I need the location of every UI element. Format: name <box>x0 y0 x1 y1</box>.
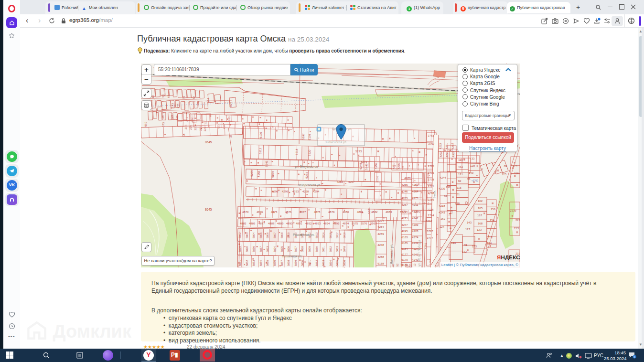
svg-text:5861: 5861 <box>308 260 311 266</box>
svg-text:4264: 4264 <box>412 190 419 193</box>
svg-text:4274: 4274 <box>412 236 419 239</box>
svg-text:4296: 4296 <box>272 190 279 193</box>
svg-text:4234: 4234 <box>377 219 384 222</box>
svg-text:7326: 7326 <box>427 208 434 211</box>
svg-text:5198: 5198 <box>308 134 311 140</box>
svg-text:4881: 4881 <box>357 211 364 213</box>
svg-text:14: 14 <box>182 133 185 137</box>
svg-text:4261: 4261 <box>445 143 448 149</box>
svg-text:4889: 4889 <box>277 222 284 225</box>
svg-text:3766: 3766 <box>428 198 434 201</box>
svg-text:5825: 5825 <box>280 246 283 252</box>
svg-text:Рассветная ул.: Рассветная ул. <box>293 233 314 237</box>
svg-text:28: 28 <box>161 115 164 118</box>
svg-text:124: 124 <box>440 225 445 228</box>
svg-text:104: 104 <box>487 242 492 245</box>
svg-text:4894: 4894 <box>323 222 330 225</box>
svg-text:154: 154 <box>207 97 210 103</box>
svg-text:5809: 5809 <box>287 233 290 238</box>
svg-text:5576: 5576 <box>361 222 367 225</box>
svg-text:5828: 5828 <box>301 246 304 252</box>
svg-text:138: 138 <box>156 108 159 113</box>
svg-text:4278: 4278 <box>404 177 411 180</box>
svg-text:4246: 4246 <box>401 190 408 193</box>
svg-text:5833: 5833 <box>336 246 339 252</box>
svg-text:138: 138 <box>455 202 460 205</box>
svg-text:504: 504 <box>229 102 232 107</box>
svg-text:27: 27 <box>480 168 483 171</box>
svg-text:5858: 5858 <box>287 260 290 266</box>
svg-text:90: 90 <box>496 169 499 172</box>
svg-text:5273: 5273 <box>361 160 367 163</box>
svg-text:123: 123 <box>477 228 482 231</box>
svg-text:3771: 3771 <box>428 185 434 188</box>
svg-text:5807: 5807 <box>273 233 276 238</box>
svg-text:5190: 5190 <box>259 132 262 138</box>
svg-text:5797: 5797 <box>427 230 433 233</box>
svg-text:6183: 6183 <box>401 236 408 239</box>
svg-text:4218: 4218 <box>439 204 445 207</box>
svg-text:4878: 4878 <box>314 211 321 213</box>
svg-text:10: 10 <box>405 264 408 266</box>
svg-text:5212: 5212 <box>259 148 262 154</box>
svg-text:4255: 4255 <box>401 183 408 186</box>
svg-text:67: 67 <box>167 95 170 98</box>
svg-text:5852: 5852 <box>246 260 248 266</box>
svg-text:4265: 4265 <box>401 197 408 200</box>
svg-text:4284: 4284 <box>337 181 343 183</box>
svg-text:143: 143 <box>171 103 174 108</box>
svg-text:4240: 4240 <box>412 258 419 261</box>
svg-text:5802: 5802 <box>238 233 241 238</box>
svg-text:4876: 4876 <box>285 211 292 213</box>
svg-text:144: 144 <box>451 242 456 245</box>
svg-text:5827: 5827 <box>294 246 297 252</box>
svg-text:4277: 4277 <box>401 224 408 226</box>
svg-text:4307: 4307 <box>348 181 355 183</box>
svg-text:5866: 5866 <box>343 260 346 266</box>
svg-text:5218: 5218 <box>295 149 298 155</box>
svg-text:5255: 5255 <box>250 170 253 177</box>
svg-text:5855: 5855 <box>266 260 269 266</box>
svg-text:149: 149 <box>469 171 474 174</box>
svg-text:4271: 4271 <box>392 163 395 169</box>
svg-text:6177: 6177 <box>401 253 408 256</box>
svg-text:5249: 5249 <box>365 163 368 170</box>
svg-text:156: 156 <box>491 208 496 211</box>
svg-text:4241: 4241 <box>412 253 419 256</box>
svg-text:128: 128 <box>470 164 475 167</box>
svg-text:5851: 5851 <box>238 260 241 266</box>
svg-text:4888: 4888 <box>268 222 275 225</box>
svg-text:113: 113 <box>488 236 493 239</box>
svg-text:4879: 4879 <box>328 211 335 213</box>
svg-text:5197: 5197 <box>302 133 305 140</box>
svg-text:5820: 5820 <box>246 246 248 252</box>
svg-text:4244: 4244 <box>440 176 446 179</box>
svg-text:131: 131 <box>458 173 463 176</box>
svg-text:4895: 4895 <box>333 222 340 225</box>
svg-text:4226: 4226 <box>412 210 419 213</box>
svg-text:5273: 5273 <box>355 150 362 153</box>
svg-text:Лазаревская ул.: Лазаревская ул. <box>298 183 321 187</box>
svg-text:5819: 5819 <box>238 246 241 252</box>
svg-text:5248: 5248 <box>359 163 362 170</box>
svg-text:5815: 5815 <box>329 233 332 238</box>
svg-text:4892: 4892 <box>305 222 312 225</box>
svg-text:Тепличная ул.: Тепличная ул. <box>282 255 302 258</box>
svg-text:5803: 5803 <box>246 233 248 238</box>
svg-text:6184: 6184 <box>401 247 408 250</box>
svg-text:142: 142 <box>448 149 453 152</box>
svg-text:5829: 5829 <box>308 246 311 252</box>
svg-text:143: 143 <box>467 221 472 224</box>
svg-text:89: 89 <box>504 165 507 168</box>
svg-text:227: 227 <box>515 219 520 222</box>
svg-text:≈1700: ≈1700 <box>472 179 478 182</box>
svg-text:92: 92 <box>458 180 462 182</box>
svg-text:4883: 4883 <box>386 211 392 213</box>
svg-text:4882: 4882 <box>371 211 378 213</box>
svg-text:4890: 4890 <box>286 222 293 225</box>
svg-text:5836: 5836 <box>252 246 255 252</box>
svg-text:6179: 6179 <box>401 258 408 261</box>
svg-text:168: 168 <box>478 222 483 225</box>
svg-text:4315: 4315 <box>452 151 455 157</box>
svg-text:5824: 5824 <box>273 246 276 252</box>
